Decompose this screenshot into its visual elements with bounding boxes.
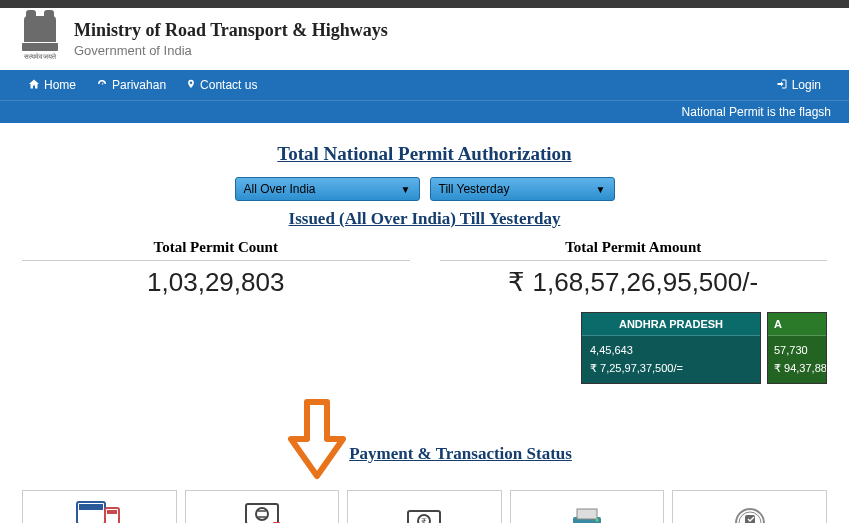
payment-section-title: Payment & Transaction Status [349, 444, 572, 464]
payment-section-header: Payment & Transaction Status [18, 394, 831, 484]
region-dropdown-value: All Over India [244, 182, 316, 196]
state-card-amount: ₹ 94,37,88,000/ [774, 360, 818, 378]
check-transaction-icon [238, 498, 286, 523]
permit-count-label: Total Permit Count [22, 239, 410, 261]
permit-amount-label: Total Permit Amount [440, 239, 828, 261]
permit-amount-value: ₹ 1,68,57,26,95,500/- [440, 267, 828, 298]
action-tiles-row: Online Payment of National Permit Check … [18, 490, 831, 523]
svg-point-6 [256, 508, 268, 520]
ticker-text: National Permit is the flagsh [682, 105, 831, 119]
filter-row: All Over India ▼ Till Yesterday ▼ [18, 177, 831, 201]
state-card-name: ANDHRA PRADESH [582, 313, 760, 336]
nav-login[interactable]: Login [766, 78, 831, 93]
nav-home-label: Home [44, 78, 76, 92]
page-main-title: Total National Permit Authorization [18, 143, 831, 165]
down-arrow-annotation-icon [277, 394, 357, 484]
national-emblem-icon: सत्यमेव जयते [18, 16, 62, 62]
issued-subtitle: Issued (All Over India) Till Yesterday [18, 209, 831, 229]
tile-online-payment[interactable]: Online Payment of National Permit [22, 490, 177, 523]
nav-home[interactable]: Home [18, 78, 86, 93]
svg-rect-1 [79, 504, 103, 510]
nav-contact[interactable]: Contact us [176, 78, 267, 93]
region-dropdown[interactable]: All Over India ▼ [235, 177, 420, 201]
nav-login-label: Login [792, 78, 821, 92]
tile-check-transaction[interactable]: Check Transaction / Vehicle No/ Bank Ref… [185, 490, 340, 523]
permit-count-col: Total Permit Count 1,03,29,803 [22, 239, 410, 298]
nav-contact-label: Contact us [200, 78, 257, 92]
top-bar [0, 0, 849, 8]
period-dropdown-value: Till Yesterday [439, 182, 510, 196]
failed-transaction-icon: ₹ [400, 505, 448, 523]
tile-print-permit[interactable]: Print National Permit [672, 490, 827, 523]
header-text: Ministry of Road Transport & Highways Go… [74, 20, 388, 58]
home-icon [28, 78, 40, 93]
state-card-count: 4,45,643 [590, 342, 752, 360]
state-card-name: A [768, 313, 826, 336]
chevron-down-icon: ▼ [401, 184, 411, 195]
ministry-title: Ministry of Road Transport & Highways [74, 20, 388, 41]
svg-text:₹: ₹ [421, 517, 427, 523]
stats-row: Total Permit Count 1,03,29,803 Total Per… [18, 239, 831, 298]
tile-failed-transaction[interactable]: ₹ Check Failed Transaction [347, 490, 502, 523]
state-card-next[interactable]: A 57,730 ₹ 94,37,88,000/ [767, 312, 827, 384]
login-icon [776, 78, 788, 93]
main-nav: Home Parivahan Contact us Login [0, 70, 849, 100]
news-ticker: National Permit is the flagsh [0, 100, 849, 123]
dashboard-icon [96, 78, 108, 93]
online-payment-icon [75, 498, 123, 523]
state-card-amount: ₹ 7,25,97,37,500/= [590, 360, 752, 378]
svg-rect-11 [577, 509, 597, 519]
permit-count-value: 1,03,29,803 [22, 267, 410, 298]
svg-rect-3 [107, 510, 117, 514]
nav-parivahan[interactable]: Parivahan [86, 78, 176, 93]
period-dropdown[interactable]: Till Yesterday ▼ [430, 177, 615, 201]
tile-print-receipt[interactable]: Print Receipt [510, 490, 665, 523]
nav-parivahan-label: Parivahan [112, 78, 166, 92]
state-card-andhra[interactable]: ANDHRA PRADESH 4,45,643 ₹ 7,25,97,37,500… [581, 312, 761, 384]
svg-point-15 [596, 518, 599, 521]
location-icon [186, 78, 196, 93]
print-permit-icon [726, 505, 774, 523]
state-card-count: 57,730 [774, 342, 818, 360]
chevron-down-icon: ▼ [596, 184, 606, 195]
print-receipt-icon [563, 505, 611, 523]
site-header: सत्यमेव जयते Ministry of Road Transport … [0, 8, 849, 70]
permit-amount-col: Total Permit Amount ₹ 1,68,57,26,95,500/… [440, 239, 828, 298]
state-cards-row: ANDHRA PRADESH 4,45,643 ₹ 7,25,97,37,500… [18, 312, 831, 384]
govt-subtitle: Government of India [74, 43, 388, 58]
svg-rect-18 [745, 515, 755, 523]
